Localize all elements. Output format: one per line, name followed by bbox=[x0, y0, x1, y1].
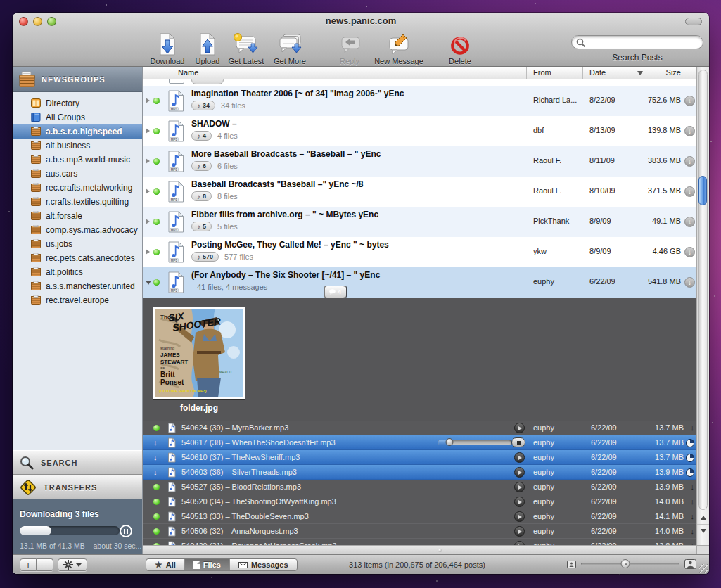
large-size-icon[interactable] bbox=[684, 559, 696, 569]
thread-row[interactable]: MP3 Imagination Theater 2006 [~ of 34] "… bbox=[143, 86, 696, 116]
file-row[interactable]: ↓ 540429 (31) – RevengeAtHarnessCreek.mp… bbox=[143, 539, 696, 545]
sidebar-item-a-b-s-mp3-world-music[interactable]: a.b.s.mp3.world-music bbox=[13, 153, 142, 167]
pause-transfers-button[interactable] bbox=[120, 525, 132, 537]
disclosure-triangle-icon[interactable] bbox=[146, 128, 150, 134]
download-progress-pie-icon bbox=[686, 468, 694, 477]
sidebar-item-rec-crafts-metalworking[interactable]: rec.crafts.metalworking bbox=[13, 181, 142, 195]
play-button[interactable] bbox=[514, 482, 525, 492]
column-from[interactable]: From bbox=[533, 68, 551, 77]
scrollbar-thumb[interactable] bbox=[698, 176, 707, 205]
thread-row[interactable]: MP3 Baseball Broadcasts "Baseball –" yEn… bbox=[143, 177, 696, 207]
play-button[interactable] bbox=[514, 467, 525, 478]
transfers-icon bbox=[20, 479, 37, 496]
column-date[interactable]: Date bbox=[589, 68, 606, 77]
disclosure-triangle-icon[interactable] bbox=[146, 158, 150, 164]
play-button[interactable] bbox=[514, 452, 525, 463]
download-thread-button[interactable]: ↓ bbox=[684, 217, 695, 227]
sidebar-item-directory[interactable]: Directory bbox=[13, 96, 142, 110]
download-thread-button[interactable]: ↓ bbox=[684, 126, 695, 136]
main-list-area: Name From Date Size MP3 Imagination Thea… bbox=[143, 67, 709, 554]
horizontal-scrollbar[interactable] bbox=[143, 545, 696, 554]
transfers-section-header[interactable]: TRANSFERS bbox=[13, 475, 142, 499]
mp3-file-icon-small bbox=[167, 511, 176, 523]
thread-row[interactable]: MP3 (For Anybody – The Six Shooter [~/41… bbox=[143, 267, 696, 298]
stop-button[interactable] bbox=[511, 437, 525, 447]
add-button[interactable]: + bbox=[20, 558, 37, 571]
search-input[interactable] bbox=[585, 38, 691, 46]
disclosure-triangle-icon[interactable] bbox=[146, 98, 150, 103]
sidebar-item-aus-cars[interactable]: aus.cars bbox=[13, 167, 142, 181]
thread-row[interactable]: MP3 SHADOW – ♪4 ♪ 4 files dbf 8/13/09 13… bbox=[143, 116, 696, 146]
play-button[interactable] bbox=[514, 497, 525, 507]
scroll-up-button[interactable] bbox=[697, 511, 709, 524]
sidebar-item-all-groups[interactable]: All Groups bbox=[13, 110, 142, 124]
sidebar-item-a-s-s-manchester-united[interactable]: a.s.s.manchester.united bbox=[13, 279, 142, 293]
disclosure-triangle-icon[interactable] bbox=[146, 219, 150, 224]
svg-text:STEWART: STEWART bbox=[160, 359, 188, 365]
file-row[interactable]: ↓ 540617 (38) – WhenTheShoeDoesn'tFit.mp… bbox=[143, 435, 696, 450]
sidebar-item-a-b-s-r-o-highspeed[interactable]: a.b.s.r.o.highspeed bbox=[13, 124, 142, 139]
sidebar-item-r-crafts-textiles-quilting[interactable]: r.crafts.textiles.quilting bbox=[13, 195, 142, 209]
remove-button[interactable]: − bbox=[37, 558, 53, 571]
sidebar-item-alt-business[interactable]: alt.business bbox=[13, 139, 142, 153]
filter-all[interactable]: ★All bbox=[146, 559, 185, 570]
download-thread-button[interactable]: ↓ bbox=[684, 247, 695, 257]
play-button[interactable] bbox=[514, 423, 525, 433]
sidebar-item-us-jobs[interactable]: us.jobs bbox=[13, 237, 142, 251]
thread-row[interactable]: MP3 More Baseball Broadcasts – "Baseball… bbox=[143, 146, 696, 177]
file-row[interactable]: ↓ 540603 (36) – SilverThreads.mp3 euphy … bbox=[143, 465, 696, 480]
action-menu-button[interactable] bbox=[58, 558, 87, 571]
thread-row[interactable]: MP3 Fibber fills from archive.org – " ~ … bbox=[143, 207, 696, 237]
small-size-icon[interactable] bbox=[567, 561, 576, 568]
unread-status-icon bbox=[153, 279, 160, 286]
sidebar-item-rec-travel-europe[interactable]: rec.travel.europe bbox=[13, 293, 142, 307]
search-section-header[interactable]: SEARCH bbox=[13, 450, 142, 475]
search-field[interactable] bbox=[571, 35, 703, 49]
filter-files[interactable]: Files bbox=[185, 559, 230, 570]
download-progress-slider[interactable] bbox=[438, 440, 511, 445]
toolbar-toggle-button[interactable] bbox=[685, 18, 702, 25]
transfers-progress-bar bbox=[20, 526, 120, 535]
play-button[interactable] bbox=[514, 526, 525, 537]
scrollbar-track[interactable] bbox=[698, 70, 708, 510]
download-thread-button[interactable]: ↓ bbox=[684, 156, 695, 167]
size-slider-track[interactable] bbox=[581, 563, 679, 565]
disclosure-triangle-icon[interactable] bbox=[146, 249, 150, 255]
file-name: 540520 (34) – TheShootingOfWyattKing.mp3 bbox=[181, 497, 336, 506]
unread-status-icon bbox=[153, 484, 160, 490]
size-slider-knob[interactable] bbox=[621, 559, 630, 568]
file-row[interactable]: ↓ 540610 (37) – TheNewSheriff.mp3 euphy … bbox=[143, 450, 696, 465]
mp3-file-icon: MP3 bbox=[167, 211, 184, 236]
resize-grip[interactable] bbox=[699, 564, 708, 573]
get-more-button[interactable]: Get More bbox=[264, 31, 315, 65]
new-message-button[interactable]: New Message bbox=[366, 31, 431, 65]
newsgroup-icon bbox=[31, 183, 41, 193]
download-thread-button[interactable]: ↓ bbox=[684, 277, 695, 288]
unread-status-icon bbox=[153, 98, 160, 104]
sidebar-item-alt-forsale[interactable]: alt.forsale bbox=[13, 209, 142, 223]
disclosure-triangle-icon[interactable] bbox=[146, 281, 151, 285]
delete-button[interactable]: Delete bbox=[435, 31, 485, 65]
attachment-thumbnail[interactable]: The SIX SHOOTER starring JAMES STEWART a… bbox=[153, 307, 245, 399]
disclosure-triangle-icon[interactable] bbox=[146, 188, 150, 194]
column-size[interactable]: Size bbox=[666, 68, 681, 77]
newsgroups-crate-icon bbox=[18, 71, 36, 87]
file-row[interactable]: ↓ 540506 (32) – AnnaNorquest.mp3 euphy 6… bbox=[143, 524, 696, 539]
file-date: 6/22/09 bbox=[591, 468, 633, 476]
file-row[interactable]: ↓ 540520 (34) – TheShootingOfWyattKing.m… bbox=[143, 494, 696, 509]
vertical-scrollbar[interactable] bbox=[696, 67, 709, 545]
file-row[interactable]: ↓ 540527 (35) – BloodRelations.mp3 euphy… bbox=[143, 480, 696, 494]
column-name[interactable]: Name bbox=[178, 68, 198, 77]
file-row[interactable]: ↓ 540513 (33) – TheDoubleSeven.mp3 euphy… bbox=[143, 509, 696, 524]
progress-knob[interactable] bbox=[445, 438, 453, 446]
sidebar-item-alt-politics[interactable]: alt.politics bbox=[13, 265, 142, 279]
file-row[interactable]: ↓ 540624 (39) – MyraBarker.mp3 euphy 6/2… bbox=[143, 421, 696, 435]
sidebar-item-rec-pets-cats-anecdotes[interactable]: rec.pets.cats.anecdotes bbox=[13, 251, 142, 265]
sidebar-item-comp-sys-mac-advocacy[interactable]: comp.sys.mac.advocacy bbox=[13, 223, 142, 237]
download-thread-button[interactable]: ↓ bbox=[684, 96, 695, 106]
thread-row[interactable]: MP3 Posting McGee, They Called Me! – yEn… bbox=[143, 237, 696, 267]
scroll-down-button[interactable] bbox=[697, 524, 709, 537]
download-thread-button[interactable]: ↓ bbox=[684, 186, 695, 197]
downloading-arrow-icon: ↓ bbox=[153, 454, 158, 461]
play-button[interactable] bbox=[514, 511, 525, 522]
